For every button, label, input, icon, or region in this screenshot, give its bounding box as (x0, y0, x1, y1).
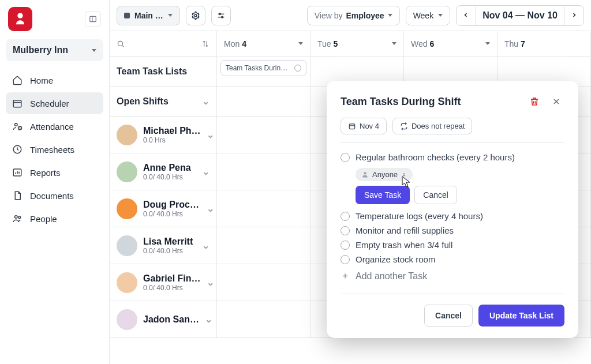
cursor-icon (402, 176, 411, 189)
team-tasks-header[interactable]: Team Task Lists (110, 57, 217, 86)
day-col-tue[interactable]: Tue 5 (311, 31, 404, 56)
task-item[interactable]: Empty trash when 3/4 full (341, 240, 564, 250)
assignee-select[interactable]: Anyone (356, 168, 413, 181)
sliders-icon (216, 11, 226, 20)
svg-rect-18 (349, 123, 354, 129)
cancel-button[interactable]: Cancel (424, 305, 473, 327)
avatar (117, 272, 137, 293)
employee-row[interactable]: Michael Phi…0.0 Hrs ⌄ (110, 117, 217, 153)
document-icon (12, 190, 23, 201)
sidebar: Mulberry Inn Home Scheduler Attendance T… (0, 0, 110, 364)
range-select[interactable]: Week (406, 6, 451, 25)
main: Main … View by Employee Week Nov 04 — (110, 0, 591, 364)
date-range-text[interactable]: Nov 04 — Nov 10 (476, 6, 564, 25)
cancel-task-button[interactable]: Cancel (414, 186, 457, 204)
viewby-label: View by (315, 11, 343, 20)
task-chip-label: Team Tasks Durin… (226, 64, 287, 72)
avatar (117, 162, 137, 182)
nav-reports[interactable]: Reports (6, 162, 103, 183)
update-task-list-button[interactable]: Update Task List (478, 305, 564, 327)
day-col-thu[interactable]: Thu 7 (498, 31, 591, 56)
task-item[interactable]: Temperature logs (every 4 hours) (341, 211, 564, 221)
chevron-left-icon (462, 12, 469, 18)
location-filter[interactable]: Main … (117, 6, 180, 25)
settings-button[interactable] (186, 6, 205, 25)
sidebar-collapse-button[interactable] (85, 11, 101, 27)
svg-rect-2 (90, 16, 96, 21)
svg-rect-4 (13, 100, 21, 107)
nav-label: Attendance (30, 122, 74, 132)
svg-point-6 (15, 123, 18, 126)
employee-row[interactable]: Lisa Merritt0.0/ 40.0 Hrs ⌄ (110, 227, 217, 264)
person-icon (361, 171, 369, 178)
task-item[interactable]: Organize stock room (341, 254, 564, 264)
home-icon (12, 74, 23, 86)
radio-icon[interactable] (341, 226, 350, 235)
nav-label: Documents (30, 191, 74, 201)
close-button[interactable] (548, 93, 564, 110)
task-item-active[interactable]: Regular bathroom checks (every 2 hours) (341, 152, 564, 162)
delete-button[interactable] (526, 93, 543, 110)
chevron-down-icon (168, 14, 173, 17)
add-task-button[interactable]: ＋ Add another Task (341, 270, 564, 282)
avatar (117, 198, 137, 219)
chart-icon (12, 167, 23, 178)
chevron-down-icon: ⌄ (202, 96, 210, 107)
nav-scheduler[interactable]: Scheduler (6, 92, 103, 114)
prev-week-button[interactable] (457, 6, 476, 25)
repeat-chip[interactable]: Does not repeat (392, 118, 473, 134)
nav-home[interactable]: Home (6, 69, 103, 91)
svg-rect-1 (18, 14, 23, 16)
task-chip-status-icon (294, 65, 301, 72)
next-week-button[interactable] (564, 6, 583, 25)
chevron-down-icon (298, 42, 303, 45)
chevron-right-icon (571, 12, 578, 18)
sort-icon[interactable] (201, 40, 210, 48)
day-col-wed[interactable]: Wed 6 (404, 31, 498, 56)
search-icon[interactable] (117, 40, 125, 48)
employee-row[interactable]: Anne Pena0.0/ 40.0 Hrs ⌄ (110, 153, 217, 190)
svg-point-17 (118, 41, 122, 46)
radio-icon[interactable] (341, 153, 350, 162)
filter-button[interactable] (211, 6, 231, 25)
open-shifts-header[interactable]: Open Shifts ⌄ (110, 87, 217, 116)
range-label: Week (413, 11, 434, 20)
chevron-down-icon: ⌄ (205, 314, 212, 325)
employee-row[interactable]: Doug Proctor0.0/ 40.0 Hrs ⌄ (110, 190, 217, 227)
chevron-down-icon: ⌄ (202, 240, 210, 251)
svg-point-15 (219, 13, 220, 15)
chevron-down-icon: ⌄ (202, 166, 210, 177)
day-col-mon[interactable]: Mon 4 (217, 31, 311, 56)
svg-point-12 (194, 14, 197, 17)
nav-documents[interactable]: Documents (6, 185, 103, 207)
day-header: Mon 4 Tue 5 Wed 6 Thu 7 (110, 31, 591, 57)
radio-icon[interactable] (341, 212, 350, 221)
chevron-down-icon: ⌄ (207, 203, 214, 214)
org-selector[interactable]: Mulberry Inn (6, 39, 103, 61)
radio-icon[interactable] (341, 255, 350, 264)
date-chip[interactable]: Nov 4 (341, 118, 387, 134)
nav-label: Timesheets (30, 145, 74, 155)
nav-attendance[interactable]: Attendance (6, 115, 103, 137)
people-icon (12, 213, 23, 224)
chevron-down-icon (92, 49, 96, 52)
plus-icon: ＋ (341, 270, 350, 282)
task-item[interactable]: Monitor and refill supplies (341, 226, 564, 235)
task-list-chip[interactable]: Team Tasks Durin… (220, 60, 306, 76)
nav-timesheets[interactable]: Timesheets (6, 138, 103, 160)
popover-title: Team Tasks During Shift (341, 96, 521, 108)
nav-label: Scheduler (30, 99, 69, 108)
svg-point-10 (15, 216, 18, 219)
radio-icon[interactable] (341, 241, 350, 250)
nav-people[interactable]: People (6, 208, 103, 230)
repeat-icon (400, 122, 408, 130)
nav-label: People (30, 214, 57, 224)
employee-row[interactable]: Jadon San… ⌄ (110, 301, 217, 337)
avatar (117, 309, 137, 330)
chevron-down-icon (388, 14, 392, 17)
nav-label: Reports (30, 168, 61, 178)
location-color-icon (124, 13, 130, 18)
trash-icon (529, 96, 540, 107)
employee-row[interactable]: Gabriel Finch0.0/ 40.0 Hrs ⌄ (110, 264, 217, 301)
viewby-select[interactable]: View by Employee (307, 6, 400, 25)
